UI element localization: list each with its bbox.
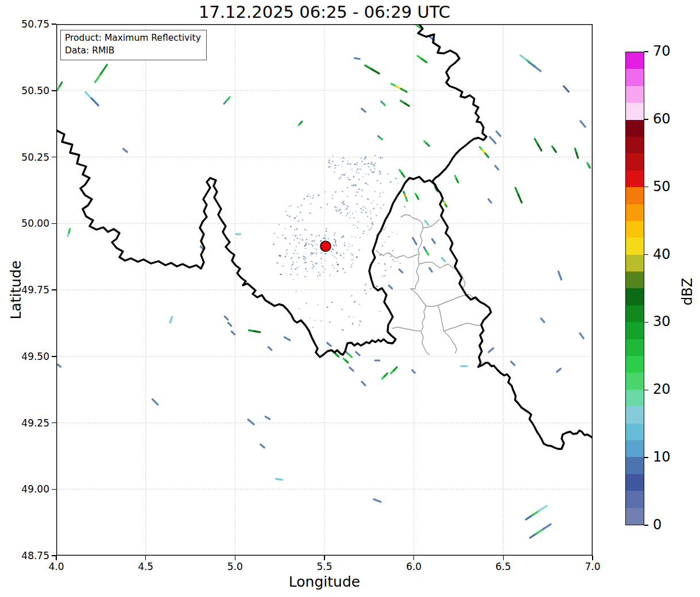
colorbar-segment — [626, 424, 644, 440]
colorbar-segment — [626, 187, 644, 204]
colorbar-tick-mark — [644, 119, 648, 120]
y-tick-label: 50.50 — [0, 85, 49, 96]
colorbar-segment — [626, 440, 644, 457]
colorbar-tick-mark — [644, 187, 648, 188]
colorbar-segment — [626, 153, 644, 170]
y-tick-mark — [52, 555, 56, 556]
y-tick-label: 50.00 — [0, 218, 49, 229]
colorbar-tick-mark — [644, 457, 648, 458]
colorbar-tick-label: 40 — [653, 246, 671, 262]
colorbar-segment — [626, 457, 644, 474]
colorbar-segment — [626, 288, 644, 305]
colorbar-segment — [626, 238, 644, 254]
x-tick-label: 6.5 — [480, 561, 526, 572]
y-tick-mark — [52, 157, 56, 158]
x-tick-label: 4.0 — [33, 561, 79, 572]
colorbar-tick-label: 10 — [653, 449, 671, 465]
colorbar-segment — [626, 474, 644, 491]
colorbar-segment — [626, 356, 644, 373]
data-source-label: Data: RMIB — [65, 44, 201, 57]
y-tick-mark — [52, 90, 56, 91]
colorbar-segment — [626, 406, 644, 423]
colorbar-tick-mark — [644, 390, 648, 391]
colorbar-segment — [626, 255, 644, 272]
colorbar-segment — [626, 339, 644, 356]
colorbar-segment — [626, 272, 644, 288]
colorbar-segment — [626, 221, 644, 238]
colorbar-tick-mark — [644, 51, 648, 52]
y-tick-label: 49.00 — [0, 483, 49, 495]
y-tick-label: 50.25 — [0, 152, 49, 163]
colorbar — [625, 52, 644, 525]
colorbar-segment — [626, 508, 644, 525]
colorbar-segment — [626, 305, 644, 322]
product-label: Product: Maximum Reflectivity — [65, 32, 201, 44]
x-axis-label: Longitude — [56, 573, 593, 590]
x-tick-label: 4.5 — [123, 561, 169, 572]
colorbar-tick-label: 60 — [653, 111, 671, 127]
colorbar-segment — [626, 322, 644, 339]
y-tick-mark — [52, 24, 56, 25]
map-plot-area — [56, 24, 593, 556]
colorbar-segment — [626, 204, 644, 221]
colorbar-segment — [626, 491, 644, 507]
y-tick-mark — [52, 289, 56, 290]
x-tick-mark — [503, 556, 504, 560]
y-tick-label: 49.75 — [0, 284, 49, 296]
colorbar-segment — [626, 170, 644, 187]
colorbar-segment — [626, 86, 644, 103]
colorbar-label: dBZ — [679, 278, 695, 305]
y-tick-mark — [52, 223, 56, 224]
colorbar-tick-label: 0 — [653, 517, 662, 533]
x-tick-mark — [413, 556, 415, 560]
x-tick-mark — [56, 556, 57, 560]
radar-figure: 17.12.2025 06:25 - 06:29 UTC Product: Ma… — [0, 0, 700, 597]
colorbar-tick-label: 30 — [653, 313, 671, 329]
colorbar-segment — [626, 69, 644, 86]
colorbar-segment — [626, 373, 644, 389]
y-tick-mark — [52, 356, 56, 357]
colorbar-segment — [626, 52, 644, 69]
colorbar-segment — [626, 103, 644, 119]
x-tick-mark — [235, 556, 236, 560]
x-tick-label: 6.0 — [391, 561, 437, 572]
x-tick-label: 7.0 — [570, 561, 616, 572]
x-tick-label: 5.5 — [301, 561, 347, 572]
y-tick-label: 50.75 — [0, 18, 49, 30]
y-tick-mark — [52, 422, 56, 424]
x-tick-mark — [145, 556, 146, 560]
radar-site-marker — [320, 241, 331, 251]
x-tick-label: 5.0 — [212, 561, 258, 572]
colorbar-tick-label: 20 — [653, 381, 671, 397]
colorbar-segment — [626, 137, 644, 153]
colorbar-segment — [626, 120, 644, 137]
y-tick-label: 49.25 — [0, 417, 49, 429]
colorbar-tick-label: 50 — [653, 179, 671, 195]
y-tick-label: 48.75 — [0, 550, 49, 561]
colorbar-segment — [626, 390, 644, 406]
colorbar-tick-mark — [644, 322, 648, 323]
colorbar-tick-mark — [644, 254, 648, 255]
colorbar-tick-mark — [644, 525, 648, 526]
reflectivity-map — [56, 24, 593, 556]
y-tick-label: 49.50 — [0, 351, 49, 362]
colorbar-tick-label: 70 — [653, 43, 671, 59]
y-tick-mark — [52, 489, 56, 490]
x-tick-mark — [592, 556, 593, 560]
figure-title: 17.12.2025 06:25 - 06:29 UTC — [56, 2, 593, 22]
product-info-box: Product: Maximum Reflectivity Data: RMIB — [60, 30, 207, 60]
x-tick-mark — [324, 556, 325, 560]
